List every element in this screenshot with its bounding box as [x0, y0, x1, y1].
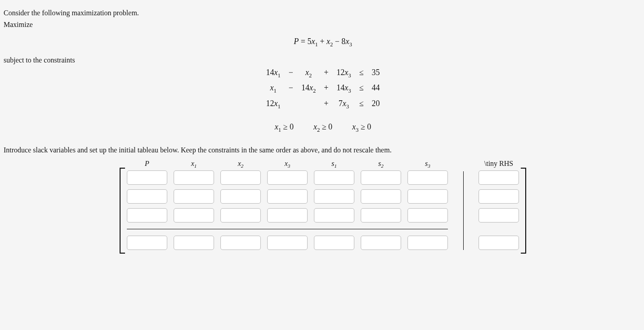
- tableau-divider-row: [127, 227, 519, 231]
- right-bracket: [521, 168, 526, 254]
- cell-r2-s1[interactable]: [314, 189, 354, 204]
- cell-r3-s1[interactable]: [314, 208, 354, 223]
- c1-rel: ≤: [359, 68, 364, 79]
- hdr-x1: x1: [174, 160, 214, 169]
- c2-op1: −: [289, 83, 293, 94]
- cell-r3-s3[interactable]: [407, 208, 448, 223]
- cell-r4-s2[interactable]: [361, 236, 401, 250]
- cell-r1-x2[interactable]: [220, 170, 261, 185]
- cell-r2-x1[interactable]: [174, 189, 214, 204]
- c3-rhs: 20: [372, 99, 380, 110]
- cell-r3-rhs[interactable]: [479, 208, 519, 223]
- c1-t2: x2: [301, 68, 316, 79]
- hdr-s2: s2: [361, 160, 401, 169]
- hdr-s1: s1: [314, 160, 354, 169]
- cell-r3-s2[interactable]: [361, 208, 401, 223]
- c3-op2: +: [324, 99, 328, 110]
- nn-x2: x2 ≥ 0: [313, 122, 332, 134]
- c3-t2: [301, 99, 316, 110]
- tableau-row-2: [127, 189, 519, 204]
- cell-r2-x3[interactable]: [267, 189, 308, 204]
- cell-r1-s1[interactable]: [314, 170, 354, 185]
- tableau-row-1: [127, 170, 519, 185]
- c1-t3: 12x3: [336, 68, 351, 79]
- cell-r4-rhs[interactable]: [479, 236, 519, 250]
- cell-r4-x3[interactable]: [267, 236, 308, 250]
- cell-r3-x1[interactable]: [174, 208, 214, 223]
- cell-r3-P[interactable]: [127, 208, 167, 223]
- nn-x3: x3 ≥ 0: [352, 122, 371, 134]
- c1-op2: +: [324, 68, 328, 79]
- c2-op2: +: [324, 83, 328, 94]
- tableau-row-4: [127, 236, 519, 250]
- c2-rel: ≤: [359, 83, 364, 94]
- cell-r1-x3[interactable]: [267, 170, 308, 185]
- c3-t3: 7x3: [336, 99, 351, 110]
- cell-r2-rhs[interactable]: [479, 189, 519, 204]
- c2-t3: 14x3: [336, 83, 351, 94]
- objective-eq: P = 5x1 + x2 − 8x3: [294, 37, 352, 46]
- c1-rhs: 35: [372, 68, 380, 79]
- c2-rhs: 44: [372, 83, 380, 94]
- cell-r4-s3[interactable]: [407, 236, 448, 250]
- cell-r1-s2[interactable]: [361, 170, 401, 185]
- cell-r4-x1[interactable]: [174, 236, 214, 250]
- tableau-headers: P x1 x2 x3 s1 s2 s3 \tiny RHS: [127, 160, 519, 169]
- maximize-label: Maximize: [4, 21, 642, 29]
- cell-r4-P[interactable]: [127, 236, 167, 250]
- c3-t1: 12x1: [266, 99, 280, 110]
- hdr-rhs: \tiny RHS: [479, 160, 519, 169]
- c1-t1: 14x1: [266, 68, 280, 79]
- cell-r1-s3[interactable]: [407, 170, 448, 185]
- c2-t1: x1: [266, 83, 280, 94]
- cell-r4-s1[interactable]: [314, 236, 354, 250]
- hdr-P: P: [127, 160, 167, 169]
- intro-text: Consider the following maximization prob…: [4, 9, 642, 17]
- cell-r2-s2[interactable]: [361, 189, 401, 204]
- c3-rel: ≤: [359, 99, 364, 110]
- c1-op1: −: [289, 68, 293, 79]
- cell-r2-P[interactable]: [127, 189, 167, 204]
- cell-r2-x2[interactable]: [220, 189, 261, 204]
- objective-function: P = 5x1 + x2 − 8x3: [4, 37, 642, 48]
- instruction-text: Introduce slack variables and set up the…: [4, 146, 642, 154]
- cell-r3-x3[interactable]: [267, 208, 308, 223]
- hdr-s3: s3: [407, 160, 448, 169]
- tableau-rows: [127, 170, 519, 250]
- c3-op1: [289, 99, 293, 110]
- hdr-x2: x2: [220, 160, 261, 169]
- nn-x1: x1 ≥ 0: [275, 122, 294, 134]
- cell-r1-x1[interactable]: [174, 170, 214, 185]
- cell-r1-rhs[interactable]: [479, 170, 519, 185]
- hdr-x3: x3: [267, 160, 308, 169]
- cell-r2-s3[interactable]: [407, 189, 448, 204]
- subject-label: subject to the constraints: [4, 56, 642, 64]
- nonnegativity: x1 ≥ 0 x2 ≥ 0 x3 ≥ 0: [4, 122, 642, 134]
- constraints-grid: 14x1 − x2 + 12x3 ≤ 35 x1 − 14x2 + 14x3 ≤…: [266, 68, 380, 110]
- c2-t2: 14x2: [301, 83, 316, 94]
- cell-r1-P[interactable]: [127, 170, 167, 185]
- vertical-divider: [463, 171, 464, 250]
- cell-r3-x2[interactable]: [220, 208, 261, 223]
- left-bracket: [120, 168, 125, 254]
- tableau: P x1 x2 x3 s1 s2 s3 \tiny RHS: [119, 158, 527, 254]
- cell-r4-x2[interactable]: [220, 236, 261, 250]
- tableau-row-3: [127, 208, 519, 223]
- horizontal-divider: [127, 229, 448, 229]
